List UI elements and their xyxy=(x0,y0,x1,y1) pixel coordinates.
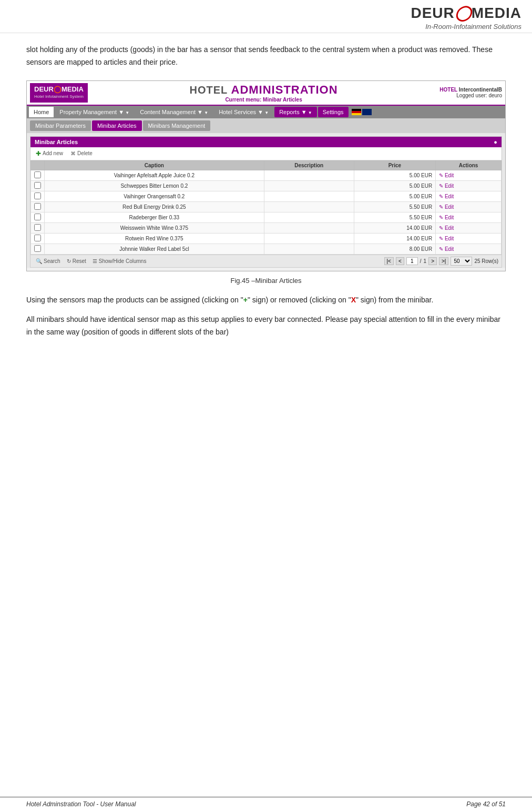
table-row: Schweppes Bitter Lemon 0.2 5.00 EUR ✎ Ed… xyxy=(31,180,502,191)
search-button[interactable]: 🔍 Search xyxy=(34,258,63,265)
admin-navbar: Home Property Management ▼ Content Manag… xyxy=(27,106,505,118)
title-admin-word: ADMINISTRATION xyxy=(231,83,338,96)
row-checkbox[interactable] xyxy=(34,224,41,231)
first-page-button[interactable]: |< xyxy=(384,257,394,265)
page-footer: Hotel Adminstration Tool - User Manual P… xyxy=(0,797,532,811)
edit-link[interactable]: ✎ Edit xyxy=(439,215,498,220)
row-checkbox-cell xyxy=(31,201,45,212)
delete-button[interactable]: ✖ Delete xyxy=(68,149,95,158)
row-caption: Vaihinger Apfelsaft Apple Juice 0.2 xyxy=(45,170,264,180)
table-row: Rotwein Red Wine 0.375 14.00 EUR ✎ Edit xyxy=(31,233,502,244)
nav-property-management[interactable]: Property Management ▼ xyxy=(55,107,134,117)
delete-label: Delete xyxy=(77,150,93,156)
col-description: Description xyxy=(264,160,354,170)
admin-topbar: DEUR◯MEDIA Hotel Infotainment System HOT… xyxy=(27,81,505,106)
rows-per-page-select[interactable]: 50 25 100 xyxy=(451,257,472,266)
page-input[interactable] xyxy=(406,257,418,265)
intro-paragraph: slot holding any of the products (goods)… xyxy=(26,44,506,69)
figure-caption: Fig.45 –Minibar Articles xyxy=(26,277,506,285)
flag-de-icon xyxy=(352,109,361,115)
add-new-button[interactable]: ✚ Add new xyxy=(34,149,65,158)
last-page-button[interactable]: >| xyxy=(439,257,448,265)
admin-logo-sub: Hotel Infotainment System xyxy=(34,94,84,99)
body-para-2: All minibars should have identical senso… xyxy=(26,313,506,339)
show-hide-columns-button[interactable]: ☰ Show/Hide Columns xyxy=(90,258,149,265)
row-description xyxy=(264,201,354,212)
table-row: Weisswein White Wine 0.375 14.00 EUR ✎ E… xyxy=(31,222,502,233)
table-header-bar: Minibar Articles ● xyxy=(30,137,502,147)
col-price: Price xyxy=(354,160,436,170)
main-content: slot holding any of the products (goods)… xyxy=(0,33,532,378)
pagination-bar: 🔍 Search ↻ Reset ☰ Show/Hide Columns |< … xyxy=(30,255,502,267)
logo-area: DEUR◯MEDIA In-Room-Infotainment Solution… xyxy=(411,4,521,31)
nav-reports[interactable]: Reports ▼ xyxy=(274,107,317,117)
subnav-minibars-management[interactable]: Minibars Management xyxy=(143,120,211,131)
hotel-word-sm: HOTEL xyxy=(439,87,458,93)
row-checkbox[interactable] xyxy=(34,192,41,199)
nav-home[interactable]: Home xyxy=(29,107,54,117)
row-checkbox[interactable] xyxy=(34,245,41,252)
row-caption: Schweppes Bitter Lemon 0.2 xyxy=(45,180,264,191)
subnav-minibar-articles[interactable]: Minibar Articles xyxy=(92,120,142,131)
row-price: 14.00 EUR xyxy=(354,233,436,244)
body-para-1: Using the sensors map the products can b… xyxy=(26,294,506,307)
row-checkbox[interactable] xyxy=(34,171,41,178)
row-action: ✎ Edit xyxy=(436,212,502,222)
reset-button[interactable]: ↻ Reset xyxy=(65,258,88,265)
row-caption: Rotwein Red Wine 0.375 xyxy=(45,233,264,244)
prev-page-button[interactable]: < xyxy=(396,257,404,265)
show-hide-label: Show/Hide Columns xyxy=(99,258,147,264)
row-price: 5.50 EUR xyxy=(354,201,436,212)
next-page-button[interactable]: > xyxy=(428,257,437,265)
screenshot-box: DEUR◯MEDIA Hotel Infotainment System HOT… xyxy=(26,80,506,271)
current-menu-label: Current menu: xyxy=(225,97,261,103)
edit-link[interactable]: ✎ Edit xyxy=(439,173,498,178)
columns-icon: ☰ xyxy=(93,258,97,264)
page-total: 1 xyxy=(424,258,427,264)
col-checkbox xyxy=(31,160,45,170)
admin-logo-text: DEUR◯MEDIA xyxy=(34,85,84,93)
edit-link[interactable]: ✎ Edit xyxy=(439,236,498,241)
edit-link[interactable]: ✎ Edit xyxy=(439,246,498,252)
flag-uk-icon xyxy=(362,109,372,115)
row-checkbox[interactable] xyxy=(34,214,41,220)
nav-content-management[interactable]: Content Management ▼ xyxy=(135,107,213,117)
subnav-minibar-parameters[interactable]: Minibar Parameters xyxy=(30,120,91,131)
add-new-label: Add new xyxy=(43,150,63,156)
admin-table-area: Minibar Articles ● ✚ Add new ✖ Delete xyxy=(30,136,502,268)
row-action: ✎ Edit xyxy=(436,201,502,212)
row-description xyxy=(264,244,354,254)
page-header: DEUR◯MEDIA In-Room-Infotainment Solution… xyxy=(0,0,532,33)
row-description xyxy=(264,222,354,233)
row-checkbox[interactable] xyxy=(34,203,41,210)
reset-icon: ↻ xyxy=(67,258,71,264)
nav-hotel-services[interactable]: Hotel Services ▼ xyxy=(214,107,273,117)
admin-subnav: Minibar Parameters Minibar Articles Mini… xyxy=(27,118,505,133)
table-header-icon: ● xyxy=(494,139,497,145)
edit-link[interactable]: ✎ Edit xyxy=(439,194,498,199)
row-action: ✎ Edit xyxy=(436,244,502,254)
row-price: 14.00 EUR xyxy=(354,222,436,233)
row-caption: Weisswein White Wine 0.375 xyxy=(45,222,264,233)
row-price: 8.00 EUR xyxy=(354,244,436,254)
row-checkbox[interactable] xyxy=(34,182,41,189)
row-description xyxy=(264,212,354,222)
nav-settings[interactable]: Settings xyxy=(318,107,349,117)
row-action: ✎ Edit xyxy=(436,180,502,191)
admin-logo-box: DEUR◯MEDIA Hotel Infotainment System xyxy=(30,83,88,103)
row-checkbox-cell xyxy=(31,233,45,244)
plus-sign: + xyxy=(243,296,248,304)
edit-link[interactable]: ✎ Edit xyxy=(439,183,498,189)
row-checkbox-cell xyxy=(31,170,45,180)
edit-link[interactable]: ✎ Edit xyxy=(439,225,498,231)
logo-subtitle: In-Room-Infotainment Solutions xyxy=(425,23,521,31)
row-checkbox[interactable] xyxy=(34,235,41,241)
edit-link[interactable]: ✎ Edit xyxy=(439,204,498,210)
row-caption: Red Bull Energy Drink 0.25 xyxy=(45,201,264,212)
table-title: Minibar Articles xyxy=(35,139,78,145)
page-slash: / xyxy=(420,258,422,264)
table-row: Johnnie Walker Red Label 5cl 8.00 EUR ✎ … xyxy=(31,244,502,254)
logged-user: Logged user: deuro xyxy=(439,93,502,98)
admin-current-menu: Current menu: Minibar Articles xyxy=(225,97,302,103)
footer-left: Hotel Adminstration Tool - User Manual xyxy=(26,800,136,808)
